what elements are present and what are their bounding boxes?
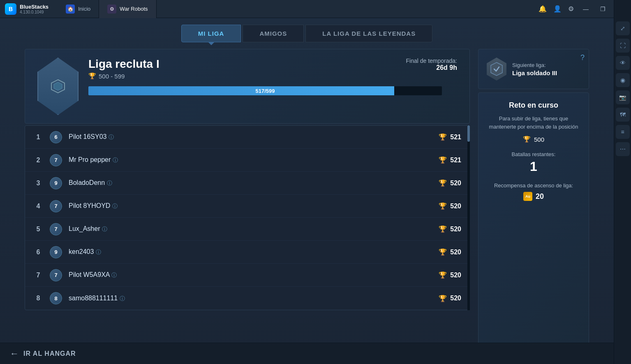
player-name-6: ken2403 ⓘ [69, 248, 432, 256]
trophy-icon-1: 🏆 [439, 133, 447, 141]
player-level-2: 7 [50, 154, 62, 166]
game-tab-icon: ⚙ [107, 5, 116, 14]
info-icon-6[interactable]: ⓘ [96, 249, 101, 255]
player-score-7: 🏆 520 [439, 271, 461, 279]
info-icon-8[interactable]: ⓘ [120, 295, 125, 302]
trophy-icon-8: 🏆 [439, 295, 447, 302]
challenge-trophy-icon: 🏆 [523, 136, 531, 143]
info-icon-7[interactable]: ⓘ [111, 272, 117, 278]
trophy-icon-5: 🏆 [439, 225, 447, 233]
table-row: 4 7 Pilot 8YHOYD ⓘ 🏆 520 [25, 195, 469, 218]
tab-home[interactable]: 🏠 Inicio [58, 0, 99, 18]
tab-leyendas[interactable]: LA LIGA DE LAS LEYENDAS [305, 25, 432, 42]
scrollbar-track[interactable] [467, 125, 470, 310]
trophy-icon-7: 🏆 [439, 271, 447, 279]
sidebar-eye-btn[interactable]: 👁 [616, 56, 630, 70]
challenge-position: 🏆 500 [487, 136, 580, 143]
player-level-3: 9 [50, 177, 62, 189]
table-row: 7 7 Pilot W5A9XA ⓘ 🏆 520 [25, 264, 469, 287]
sidebar-expand-btn[interactable]: ⤢ [616, 21, 630, 35]
challenge-position-value: 500 [534, 136, 544, 143]
season-label: Final de temporada: [406, 58, 457, 64]
sidebar-map-btn[interactable]: 🗺 [616, 108, 630, 122]
next-league-info: Siguiente liga: Liga soldado III [512, 62, 557, 76]
tab-war-robots[interactable]: ⚙ War Robots [99, 0, 156, 18]
next-league-label: Siguiente liga: [512, 62, 557, 68]
app-version: 4.130.0.1049 [20, 10, 49, 14]
rank-7: 7 [33, 272, 43, 279]
notification-icon[interactable]: 🔔 [539, 5, 547, 13]
sidebar-fullscreen-btn[interactable]: ⛶ [616, 39, 630, 53]
player-name-3: BoladoDenn ⓘ [69, 179, 432, 187]
sidebar-bar-btn[interactable]: ≡ [616, 125, 630, 139]
help-button[interactable]: ? [580, 53, 585, 62]
info-icon-3[interactable]: ⓘ [107, 180, 112, 186]
challenge-desc: Para subir de liga, tienes que mantenert… [487, 115, 580, 131]
info-icon-2[interactable]: ⓘ [113, 157, 118, 163]
sidebar-record-btn[interactable]: ◉ [616, 73, 630, 87]
league-card: Liga recluta I 🏆 500 - 599 517/599 Final… [25, 49, 470, 124]
scrollbar-thumb[interactable] [467, 125, 470, 142]
leaderboard: 1 6 Pilot 16SY03 ⓘ 🏆 521 2 7 Mr Pro pepp… [25, 125, 470, 310]
rank-2: 2 [33, 157, 43, 164]
info-icon-4[interactable]: ⓘ [112, 203, 118, 209]
info-icon-1[interactable]: ⓘ [109, 134, 114, 140]
right-sidebar: ⤢ ⛶ 👁 ◉ 📷 🗺 ≡ ⋯ [614, 0, 631, 364]
tab-amigos[interactable]: AMIGOS [243, 25, 304, 42]
player-level-7: 7 [50, 269, 62, 281]
trophy-range-icon: 🏆 [88, 72, 96, 80]
player-level-1: 6 [50, 131, 62, 143]
player-name-2: Mr Pro pepper ⓘ [69, 156, 432, 164]
player-name-8: samo888111111 ⓘ [69, 295, 432, 302]
settings-icon[interactable]: ⚙ [568, 5, 574, 13]
trophy-icon-2: 🏆 [439, 156, 447, 164]
challenge-card: Reto en curso Para subir de liga, tienes… [478, 92, 589, 356]
player-name-5: Lux_Asher ⓘ [69, 225, 432, 233]
bluestacks-icon: B [5, 3, 16, 15]
player-level-8: 8 [50, 292, 62, 304]
trophy-icon-4: 🏆 [439, 202, 447, 210]
rank-6: 6 [33, 249, 43, 256]
right-panel: Siguiente liga: Liga soldado III ? Reto … [478, 49, 589, 356]
table-row: 5 7 Lux_Asher ⓘ 🏆 520 [25, 218, 469, 241]
table-row: 6 9 ken2403 ⓘ 🏆 520 [25, 241, 469, 264]
league-range: 🏆 500 - 599 [88, 72, 457, 80]
table-row: 8 8 samo888111111 ⓘ 🏆 520 [25, 287, 469, 310]
league-tabs: MI LIGA AMIGOS LA LIGA DE LAS LEYENDAS [0, 18, 614, 49]
league-badge [37, 58, 79, 115]
table-row: 2 7 Mr Pro pepper ⓘ 🏆 521 [25, 149, 469, 172]
back-arrow-icon: ← [10, 348, 19, 359]
player-name-7: Pilot W5A9XA ⓘ [69, 271, 432, 279]
next-league-name: Liga soldado III [512, 69, 557, 76]
league-info: Liga recluta I 🏆 500 - 599 517/599 [88, 58, 457, 95]
table-row: 3 9 BoladoDenn ⓘ 🏆 520 [25, 172, 469, 195]
sidebar-cam-btn[interactable]: 📷 [616, 90, 630, 104]
progress-bar-fill [88, 86, 394, 95]
restore-button[interactable]: ❐ [598, 5, 608, 13]
leaderboard-wrapper: 1 6 Pilot 16SY03 ⓘ 🏆 521 2 7 Mr Pro pepp… [25, 125, 470, 310]
player-score-4: 🏆 520 [439, 202, 461, 210]
bottom-bar: ← IR AL HANGAR [0, 343, 614, 364]
bluestacks-logo: B BlueStacks 4.130.0.1049 [0, 3, 58, 15]
player-score-1: 🏆 521 [439, 133, 461, 141]
next-league-card: Siguiente liga: Liga soldado III ? [478, 49, 589, 89]
sidebar-extra-btn[interactable]: ⋯ [616, 142, 630, 156]
player-score-2: 🏆 521 [439, 156, 461, 164]
tab-mi-liga[interactable]: MI LIGA [181, 25, 241, 42]
player-name-4: Pilot 8YHOYD ⓘ [69, 202, 432, 210]
table-row: 1 6 Pilot 16SY03 ⓘ 🏆 521 [25, 126, 469, 149]
battles-count: 1 [487, 159, 580, 174]
rank-8: 8 [33, 295, 43, 302]
title-bar: B BlueStacks 4.130.0.1049 🏠 Inicio ⚙ War… [0, 0, 631, 18]
user-icon[interactable]: 👤 [553, 5, 562, 13]
info-icon-5[interactable]: ⓘ [102, 226, 107, 232]
progress-bar-container: 517/599 [88, 86, 442, 95]
trophy-icon-3: 🏆 [439, 179, 447, 187]
rank-4: 4 [33, 203, 43, 210]
minimize-button[interactable]: — [580, 5, 591, 13]
back-button[interactable]: ← IR AL HANGAR [10, 348, 76, 359]
battles-label: Batallas restantes: [487, 151, 580, 157]
season-value: 26d 9h [406, 64, 457, 71]
player-score-8: 🏆 520 [439, 295, 461, 302]
challenge-title: Reto en curso [487, 101, 580, 110]
